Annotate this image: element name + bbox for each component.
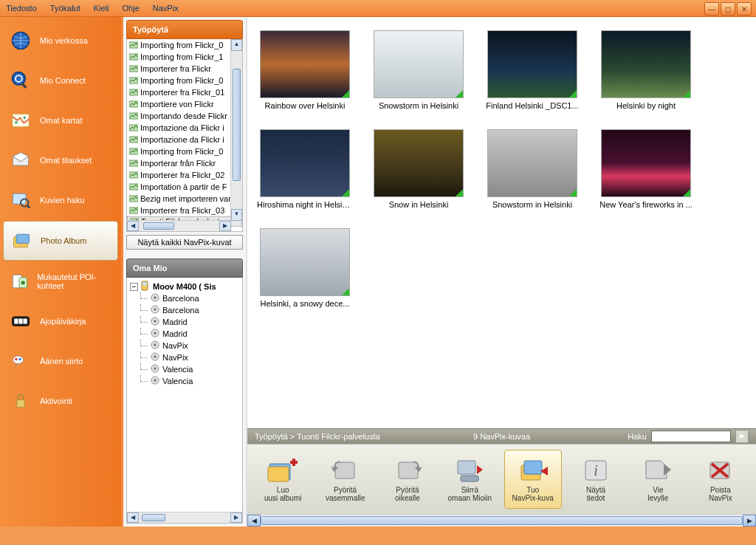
menu-file[interactable]: Tiedosto: [6, 4, 37, 13]
toolbar-btn-7[interactable]: PoistaNavPix: [693, 450, 749, 508]
album-list-row[interactable]: Importerer fra Flickr_01: [127, 86, 242, 98]
sidebar-item-3[interactable]: Omat tilaukset: [3, 141, 118, 179]
thumbnail-cell[interactable]: Snowstorm in Helsinki: [488, 129, 577, 209]
toolbar-btn-0[interactable]: Luouusi albumi: [255, 450, 311, 508]
thumbnail-cell[interactable]: Rainbow over Helsinki: [261, 30, 349, 110]
thumbnail-cell[interactable]: Hiroshima night in Helsin...: [261, 129, 349, 209]
album-list-row[interactable]: Importando desde Flickr: [127, 110, 242, 122]
breadcrumb-path: Työpöytä > Tuonti Filckr-palvelusta: [255, 432, 380, 441]
tree-collapse-icon[interactable]: −: [130, 283, 138, 291]
thumbnail-cell[interactable]: Snow in Helsinki: [374, 129, 463, 209]
album-icon: [129, 76, 138, 85]
tree-item[interactable]: Madrid: [130, 316, 239, 328]
list-scrollbar-horizontal[interactable]: ◀ ▶: [127, 220, 231, 231]
thumbnail-image[interactable]: [487, 30, 577, 98]
thumbnail-cell[interactable]: Finland Helsinki _DSC1...: [488, 30, 577, 110]
scroll-thumb-vertical[interactable]: [233, 69, 241, 181]
thumbnail-cell[interactable]: Snowstorm in Helsinki: [374, 30, 463, 110]
svg-point-56: [154, 379, 157, 382]
tree-scroll-left[interactable]: ◀: [127, 513, 139, 523]
thumbnail-image[interactable]: [601, 129, 691, 197]
album-list-row[interactable]: Bezig met importeren van: [127, 193, 242, 205]
geotag-corner-icon: [342, 90, 349, 97]
scroll-thumb-horizontal[interactable]: [143, 222, 174, 230]
sidebar-item-7[interactable]: Ajopäiväkirja: [3, 302, 118, 340]
tree-scrollbar-horizontal[interactable]: ◀ ▶: [127, 512, 242, 523]
toolbar-btn-3[interactable]: Siirräomaan Mioiin: [441, 450, 498, 508]
album-list-row[interactable]: Importerer fra Flickr: [127, 63, 242, 75]
album-list-row[interactable]: Importazione da Flickr i: [127, 122, 242, 134]
svg-point-42: [154, 296, 157, 299]
toolbar-btn-4[interactable]: TuoNavPix-kuva: [504, 450, 562, 509]
menu-language[interactable]: Kieli: [94, 4, 109, 13]
tree-item[interactable]: Barcelona: [130, 292, 239, 304]
scroll-up-arrow[interactable]: ▲: [231, 39, 242, 51]
album-list-row[interactable]: Importing from Flickr_0: [127, 39, 242, 51]
tree-item[interactable]: Barcelona: [130, 304, 239, 316]
geotag-corner-icon: [456, 90, 463, 97]
album-list-row[interactable]: Importiere von Flickr: [127, 98, 242, 110]
menu-help[interactable]: Ohje: [123, 4, 140, 13]
sidebar-item-5[interactable]: Photo Album: [3, 221, 118, 261]
thumbnail-cell[interactable]: New Year's fireworks in ...: [602, 129, 690, 209]
tree-item[interactable]: Valencia: [130, 363, 239, 375]
tree-item-label: Valencia: [162, 365, 193, 374]
search-go-button[interactable]: ▶: [735, 430, 749, 443]
album-list-row[interactable]: Importerer fra Flickr_03: [127, 205, 242, 216]
svg-rect-31: [129, 137, 138, 143]
maximize-button[interactable]: ◻: [721, 2, 735, 16]
album-list-row[interactable]: Importerar från Flickr: [127, 157, 242, 169]
thumbnail-image[interactable]: [260, 228, 350, 296]
album-list-row[interactable]: Importing from Flickr_0: [127, 75, 242, 86]
content-scroll-track[interactable]: [261, 516, 743, 525]
tree-item[interactable]: NavPix: [130, 340, 239, 352]
thumbnail-image[interactable]: [260, 30, 350, 98]
sidebar-item-9[interactable]: Aktivointi: [3, 382, 118, 420]
toolbar-btn-5[interactable]: iNäytätiedot: [568, 450, 624, 508]
sidebar-item-6[interactable]: Mukautetut POI-kohteet: [3, 262, 118, 301]
thumbnail-cell[interactable]: Helsinki by night: [602, 30, 690, 110]
scroll-down-arrow[interactable]: ▼: [231, 209, 242, 221]
sidebar-item-8[interactable]: Äänen siirto: [3, 342, 118, 380]
thumbnail-image[interactable]: [374, 129, 464, 197]
scroll-left-arrow[interactable]: ◀: [127, 221, 139, 231]
content-scrollbar-horizontal[interactable]: ◀ ▶: [247, 514, 756, 527]
thumbnail-image[interactable]: [260, 129, 350, 197]
tree-item[interactable]: Madrid: [130, 328, 239, 340]
album-list-row[interactable]: Importation à partir de F: [127, 181, 242, 193]
thumbnail-image[interactable]: [601, 30, 691, 98]
close-button[interactable]: ✕: [737, 2, 752, 16]
toolbar-icon-5: i: [580, 456, 612, 484]
menu-navpix[interactable]: NavPix: [153, 4, 179, 13]
sidebar-item-2[interactable]: Omat kartat: [3, 101, 118, 140]
search-input[interactable]: [651, 431, 731, 442]
album-list-row[interactable]: Importerer fra Flickr_02: [127, 169, 242, 181]
content-scroll-left[interactable]: ◀: [247, 515, 261, 527]
toolbar-btn-1[interactable]: Pyöritävasemmalle: [317, 450, 373, 508]
thumbnail-image[interactable]: [487, 129, 577, 197]
show-all-navpix-button[interactable]: Näytä kaikki NavPix-kuvat: [126, 235, 243, 250]
minimize-button[interactable]: —: [704, 2, 719, 16]
tree-node-icon: [151, 364, 159, 374]
tree-scroll-thumb[interactable]: [142, 514, 165, 521]
album-list-row[interactable]: Importing from Flickr_0: [127, 145, 242, 157]
album-list-row[interactable]: Importazione da Flickr i: [127, 134, 242, 145]
tree-item[interactable]: NavPix: [130, 352, 239, 363]
thumbnail-cell[interactable]: Helsinki, a snowy dece...: [261, 228, 349, 308]
tree-item[interactable]: Valencia: [130, 375, 239, 387]
desktop-album-list[interactable]: Importing from Flickr_0Importing from Fl…: [127, 39, 242, 231]
list-scrollbar-vertical[interactable]: ▲ ▼: [230, 39, 242, 221]
content-scroll-right[interactable]: ▶: [743, 515, 756, 527]
sidebar-item-1[interactable]: Mio Connect: [3, 61, 118, 100]
toolbar-btn-2[interactable]: Pyöritäoikealle: [379, 450, 436, 508]
sidebar-item-4[interactable]: Kuvien haku: [3, 181, 118, 219]
device-tree[interactable]: −Moov M400 ( SisBarcelonaBarcelonaMadrid…: [126, 278, 243, 524]
tree-scroll-right[interactable]: ▶: [230, 513, 242, 523]
album-list-row[interactable]: Importing from Flickr_1: [127, 51, 242, 63]
sidebar-item-0[interactable]: Mio verkossa: [3, 21, 118, 60]
scroll-right-arrow[interactable]: ▶: [219, 221, 231, 231]
thumbnail-image[interactable]: [374, 30, 464, 98]
tree-root[interactable]: −Moov M400 ( Sis: [130, 281, 239, 292]
menu-tools[interactable]: Työkalut: [50, 4, 80, 13]
toolbar-btn-6[interactable]: Vielevylle: [630, 450, 686, 508]
